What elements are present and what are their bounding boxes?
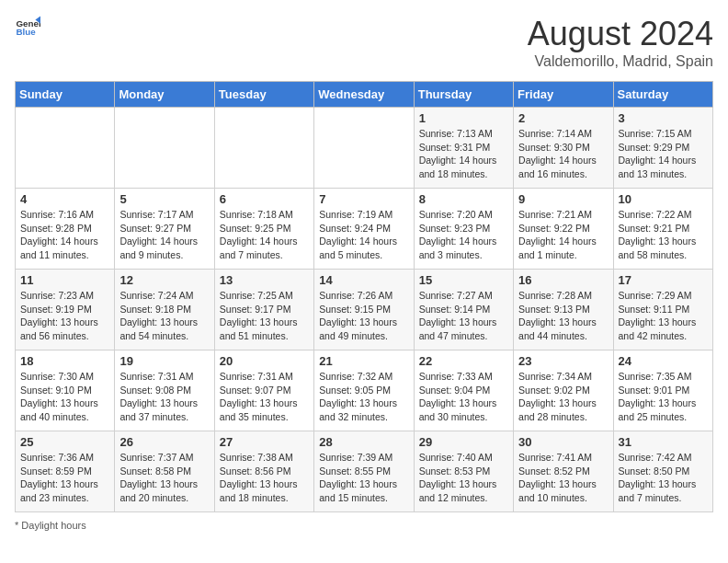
day-number: 28 <box>319 435 408 449</box>
logo-icon: General Blue <box>15 15 40 40</box>
day-number: 25 <box>20 435 109 449</box>
day-number: 16 <box>518 273 608 287</box>
title-area: August 2024 Valdemorillo, Madrid, Spain <box>528 15 713 70</box>
day-number: 7 <box>319 192 408 206</box>
day-number: 14 <box>319 273 408 287</box>
day-info: Sunrise: 7:28 AM Sunset: 9:13 PM Dayligh… <box>518 289 608 343</box>
day-info: Sunrise: 7:30 AM Sunset: 9:10 PM Dayligh… <box>20 370 109 424</box>
header: General Blue August 2024 Valdemorillo, M… <box>15 15 713 70</box>
calendar-cell: 7Sunrise: 7:19 AM Sunset: 9:24 PM Daylig… <box>314 189 414 270</box>
day-number: 27 <box>220 435 309 449</box>
location-title: Valdemorillo, Madrid, Spain <box>528 53 713 70</box>
day-number: 17 <box>619 273 708 287</box>
day-info: Sunrise: 7:32 AM Sunset: 9:05 PM Dayligh… <box>319 370 408 424</box>
day-info: Sunrise: 7:25 AM Sunset: 9:17 PM Dayligh… <box>220 289 309 343</box>
calendar-cell: 26Sunrise: 7:37 AM Sunset: 8:58 PM Dayli… <box>115 431 214 512</box>
day-info: Sunrise: 7:15 AM Sunset: 9:29 PM Dayligh… <box>619 127 708 181</box>
calendar-cell: 11Sunrise: 7:23 AM Sunset: 9:19 PM Dayli… <box>16 270 115 350</box>
calendar-cell <box>314 108 414 189</box>
calendar-cell: 2Sunrise: 7:14 AM Sunset: 9:30 PM Daylig… <box>514 108 613 189</box>
calendar-cell: 10Sunrise: 7:22 AM Sunset: 9:21 PM Dayli… <box>613 189 712 270</box>
calendar-table: SundayMondayTuesdayWednesdayThursdayFrid… <box>15 81 713 512</box>
day-info: Sunrise: 7:13 AM Sunset: 9:31 PM Dayligh… <box>419 127 508 181</box>
day-number: 10 <box>619 192 708 206</box>
day-number: 6 <box>220 192 309 206</box>
day-info: Sunrise: 7:39 AM Sunset: 8:55 PM Dayligh… <box>319 451 408 505</box>
day-number: 9 <box>518 192 608 206</box>
day-info: Sunrise: 7:31 AM Sunset: 9:07 PM Dayligh… <box>220 370 309 424</box>
calendar-cell: 19Sunrise: 7:31 AM Sunset: 9:08 PM Dayli… <box>115 350 214 431</box>
calendar-cell: 8Sunrise: 7:20 AM Sunset: 9:23 PM Daylig… <box>414 189 513 270</box>
footer-note: * Daylight hours <box>15 520 713 531</box>
day-number: 19 <box>119 354 209 368</box>
day-number: 11 <box>20 273 109 287</box>
calendar-cell: 25Sunrise: 7:36 AM Sunset: 8:59 PM Dayli… <box>16 431 115 512</box>
day-number: 24 <box>619 354 708 368</box>
calendar-week-5: 25Sunrise: 7:36 AM Sunset: 8:59 PM Dayli… <box>16 431 713 512</box>
calendar-cell: 21Sunrise: 7:32 AM Sunset: 9:05 PM Dayli… <box>314 350 414 431</box>
footer-note-text: Daylight hours <box>21 520 85 531</box>
day-info: Sunrise: 7:41 AM Sunset: 8:52 PM Dayligh… <box>518 451 608 505</box>
calendar-cell <box>115 108 214 189</box>
day-number: 18 <box>20 354 109 368</box>
day-number: 23 <box>518 354 608 368</box>
day-number: 20 <box>220 354 309 368</box>
day-header-saturday: Saturday <box>613 82 712 108</box>
logo: General Blue <box>15 15 40 40</box>
svg-text:Blue: Blue <box>16 27 36 37</box>
day-info: Sunrise: 7:16 AM Sunset: 9:28 PM Dayligh… <box>20 208 109 262</box>
calendar-cell: 16Sunrise: 7:28 AM Sunset: 9:13 PM Dayli… <box>514 270 613 350</box>
calendar-cell: 24Sunrise: 7:35 AM Sunset: 9:01 PM Dayli… <box>613 350 712 431</box>
calendar-cell: 15Sunrise: 7:27 AM Sunset: 9:14 PM Dayli… <box>414 270 513 350</box>
calendar-week-2: 4Sunrise: 7:16 AM Sunset: 9:28 PM Daylig… <box>16 189 713 270</box>
day-info: Sunrise: 7:24 AM Sunset: 9:18 PM Dayligh… <box>119 289 209 343</box>
day-info: Sunrise: 7:42 AM Sunset: 8:50 PM Dayligh… <box>619 451 708 505</box>
calendar-week-1: 1Sunrise: 7:13 AM Sunset: 9:31 PM Daylig… <box>16 108 713 189</box>
day-number: 2 <box>518 111 608 125</box>
day-info: Sunrise: 7:35 AM Sunset: 9:01 PM Dayligh… <box>619 370 708 424</box>
day-header-thursday: Thursday <box>414 82 513 108</box>
day-number: 3 <box>619 111 708 125</box>
day-info: Sunrise: 7:33 AM Sunset: 9:04 PM Dayligh… <box>419 370 508 424</box>
calendar-cell: 29Sunrise: 7:40 AM Sunset: 8:53 PM Dayli… <box>414 431 513 512</box>
day-info: Sunrise: 7:22 AM Sunset: 9:21 PM Dayligh… <box>619 208 708 262</box>
day-info: Sunrise: 7:37 AM Sunset: 8:58 PM Dayligh… <box>119 451 209 505</box>
calendar-cell: 30Sunrise: 7:41 AM Sunset: 8:52 PM Dayli… <box>514 431 613 512</box>
calendar-cell: 18Sunrise: 7:30 AM Sunset: 9:10 PM Dayli… <box>16 350 115 431</box>
calendar-cell: 17Sunrise: 7:29 AM Sunset: 9:11 PM Dayli… <box>613 270 712 350</box>
day-info: Sunrise: 7:19 AM Sunset: 9:24 PM Dayligh… <box>319 208 408 262</box>
calendar-cell: 1Sunrise: 7:13 AM Sunset: 9:31 PM Daylig… <box>414 108 513 189</box>
month-title: August 2024 <box>528 15 713 53</box>
day-number: 5 <box>119 192 209 206</box>
day-info: Sunrise: 7:20 AM Sunset: 9:23 PM Dayligh… <box>419 208 508 262</box>
day-info: Sunrise: 7:23 AM Sunset: 9:19 PM Dayligh… <box>20 289 109 343</box>
calendar-cell: 23Sunrise: 7:34 AM Sunset: 9:02 PM Dayli… <box>514 350 613 431</box>
day-info: Sunrise: 7:14 AM Sunset: 9:30 PM Dayligh… <box>518 127 608 181</box>
day-header-tuesday: Tuesday <box>214 82 313 108</box>
day-info: Sunrise: 7:29 AM Sunset: 9:11 PM Dayligh… <box>619 289 708 343</box>
calendar-cell: 3Sunrise: 7:15 AM Sunset: 9:29 PM Daylig… <box>613 108 712 189</box>
calendar-cell: 9Sunrise: 7:21 AM Sunset: 9:22 PM Daylig… <box>514 189 613 270</box>
day-info: Sunrise: 7:17 AM Sunset: 9:27 PM Dayligh… <box>119 208 209 262</box>
day-info: Sunrise: 7:31 AM Sunset: 9:08 PM Dayligh… <box>119 370 209 424</box>
day-number: 4 <box>20 192 109 206</box>
calendar-cell <box>16 108 115 189</box>
calendar-cell: 22Sunrise: 7:33 AM Sunset: 9:04 PM Dayli… <box>414 350 513 431</box>
day-info: Sunrise: 7:34 AM Sunset: 9:02 PM Dayligh… <box>518 370 608 424</box>
day-header-friday: Friday <box>514 82 613 108</box>
calendar-cell: 28Sunrise: 7:39 AM Sunset: 8:55 PM Dayli… <box>314 431 414 512</box>
calendar-week-4: 18Sunrise: 7:30 AM Sunset: 9:10 PM Dayli… <box>16 350 713 431</box>
day-info: Sunrise: 7:40 AM Sunset: 8:53 PM Dayligh… <box>419 451 508 505</box>
day-number: 12 <box>119 273 209 287</box>
day-header-sunday: Sunday <box>16 82 115 108</box>
calendar-body: 1Sunrise: 7:13 AM Sunset: 9:31 PM Daylig… <box>16 108 713 512</box>
calendar-week-3: 11Sunrise: 7:23 AM Sunset: 9:19 PM Dayli… <box>16 270 713 350</box>
calendar-cell: 14Sunrise: 7:26 AM Sunset: 9:15 PM Dayli… <box>314 270 414 350</box>
day-info: Sunrise: 7:26 AM Sunset: 9:15 PM Dayligh… <box>319 289 408 343</box>
days-header-row: SundayMondayTuesdayWednesdayThursdayFrid… <box>16 82 713 108</box>
calendar-cell: 4Sunrise: 7:16 AM Sunset: 9:28 PM Daylig… <box>16 189 115 270</box>
day-number: 8 <box>419 192 508 206</box>
day-number: 15 <box>419 273 508 287</box>
calendar-cell: 31Sunrise: 7:42 AM Sunset: 8:50 PM Dayli… <box>613 431 712 512</box>
calendar-cell: 5Sunrise: 7:17 AM Sunset: 9:27 PM Daylig… <box>115 189 214 270</box>
